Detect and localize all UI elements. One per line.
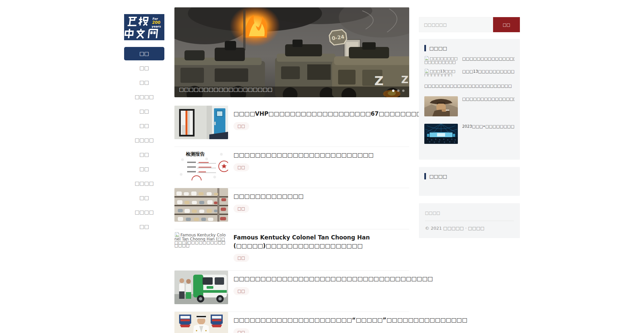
- hot-item-2-broken-thumbnail: □□□13□□□□□□□□□□□: [424, 69, 458, 77]
- logo-badge-200: 200: [152, 20, 161, 25]
- article-2-tag[interactable]: □□: [233, 163, 249, 171]
- carousel-dot-3[interactable]: [402, 90, 405, 92]
- page-root: For 200 years □□ □□ □□ □□□□ □□ □□ □□□□ □…: [0, 0, 644, 333]
- nav-item-13[interactable]: □□: [124, 220, 164, 233]
- footer-copyright: © 2021 □□□□□ · □□□□: [425, 226, 514, 231]
- article-3-title[interactable]: □□□□□□□□□□□□□: [233, 192, 409, 201]
- footer-divider: [425, 221, 514, 221]
- hot-articles-title: □□□□: [429, 46, 447, 51]
- article-2-thumbnail[interactable]: 检测报告: [174, 147, 228, 180]
- nav-item-5[interactable]: □□: [124, 105, 164, 118]
- hot-item-4[interactable]: □□□□□□□□□□□□□□□□: □□□□: [424, 96, 515, 116]
- recommend-header: □□□□: [424, 173, 515, 179]
- search-button[interactable]: □□: [493, 17, 520, 32]
- article-row-1: □□□□VHP□□□□□□□□□□□□□□□□□□□67□□□□□□□□□□ □…: [174, 106, 409, 147]
- article-row-4: Famous Kentucky Colonel Tan Choong Han (…: [174, 229, 409, 271]
- article-3-thumbnail[interactable]: [174, 188, 228, 222]
- hot-item-1[interactable]: □□□□□□□□□□□□□□□□□ □□□□□□□□□□□□□□□□□□□□□: [424, 56, 515, 64]
- nav-item-12[interactable]: □□□□: [124, 206, 164, 219]
- hot-item-1-title[interactable]: □□□□□□□□□□□□□□□□□□□□□: [462, 56, 515, 62]
- search-bar: □□: [419, 17, 520, 32]
- article-row-2: 检测报告: [174, 147, 409, 188]
- article-row-6: □□□□□□□□□□□□□□□□□□□□□□“□□□□□”□□□□□□□□□□□…: [174, 312, 409, 333]
- nav-item-8[interactable]: □□: [124, 148, 164, 161]
- footer-panel: □□□□ © 2021 □□□□□ · □□□□: [419, 203, 520, 238]
- footer-links[interactable]: □□□□: [425, 211, 514, 215]
- recommend-title: □□□□: [429, 174, 447, 179]
- hot-item-2-title[interactable]: □□□13□□□□□□□□□□□□□□□□□□□□: [462, 69, 515, 74]
- article-5-tag[interactable]: □□: [233, 287, 249, 295]
- colonel-crest-image: [174, 312, 228, 333]
- article-1-tag[interactable]: □□: [233, 122, 249, 130]
- hot-item-3[interactable]: □□□□□□□□□□□□□□□□□□□□□□□□: [424, 83, 515, 89]
- green-van-image: [174, 271, 228, 304]
- section-accent-bar: [424, 173, 426, 179]
- main-navigation: □□ □□ □□ □□□□ □□ □□ □□□□ □□ □□ □□□□ □□ □…: [124, 47, 164, 233]
- hot-articles-panel: □□□□ □□□□□□□□□□□□□□□□□: [419, 39, 520, 160]
- nav-item-home[interactable]: □□: [124, 47, 164, 60]
- recommend-panel: □□□□: [419, 167, 520, 196]
- article-4-alt-text: Famous Kentucky Colonel Tan Choong Han (…: [174, 233, 226, 248]
- article-row-3: □□□□□□□□□□□□□ □□: [174, 188, 409, 229]
- hot-item-5-title[interactable]: 2023□□□•□□□□□□□□□□□: [462, 124, 515, 129]
- hot-item-4-thumbnail[interactable]: [424, 96, 458, 116]
- right-sidebar: □□ □□□□: [419, 17, 520, 238]
- article-1-title[interactable]: □□□□VHP□□□□□□□□□□□□□□□□□□□67□□□□□□□□□□: [233, 110, 409, 118]
- hero-vehicle-z-marking: Z: [374, 73, 384, 88]
- conference-hall-image: [424, 124, 458, 144]
- section-accent-bar: [424, 45, 426, 51]
- report-title-text: 检测报告: [185, 151, 205, 157]
- hot-item-1-alt-text: □□□□□□□□□□□□□□□□□: [424, 56, 458, 64]
- hero-image: 0-24: [174, 7, 409, 97]
- article-5-thumbnail[interactable]: [174, 271, 228, 304]
- nav-item-11[interactable]: □□: [124, 191, 164, 205]
- nav-item-7[interactable]: □□□□: [124, 133, 164, 147]
- article-4-broken-thumbnail[interactable]: Famous Kentucky Colonel Tan Choong Han (…: [174, 232, 228, 247]
- hot-item-1-broken-thumbnail: □□□□□□□□□□□□□□□□□: [424, 56, 458, 64]
- nav-item-3[interactable]: □□: [124, 76, 164, 89]
- article-4-title[interactable]: Famous Kentucky Colonel Tan Choong Han (…: [233, 233, 409, 250]
- hot-articles-header: □□□□: [424, 45, 515, 51]
- article-4-tag[interactable]: □□: [233, 254, 249, 262]
- hero-caption[interactable]: □□□□□□□□□□□□□□□□□□□: [179, 87, 273, 93]
- site-logo[interactable]: For 200 years: [124, 14, 164, 40]
- hero-carousel[interactable]: 0-24: [174, 7, 409, 97]
- cowboy-image: [424, 96, 458, 116]
- nav-item-2[interactable]: □□: [124, 61, 164, 75]
- shoe-store-image: [174, 188, 228, 222]
- article-6-tag[interactable]: □□: [233, 328, 249, 333]
- carousel-dot-1[interactable]: [392, 90, 394, 92]
- article-6-thumbnail[interactable]: [174, 312, 228, 333]
- door-room-image: [174, 106, 228, 139]
- hot-item-4-title[interactable]: □□□□□□□□□□□□□□□□: □□□□: [462, 96, 515, 102]
- hot-item-3-title[interactable]: □□□□□□□□□□□□□□□□□□□□□□□□: [424, 83, 515, 89]
- main-content: 0-24: [174, 7, 409, 97]
- article-2-title[interactable]: □□□□□□□□□□□□□□□□□□□□□□□□□□: [233, 151, 409, 159]
- inspection-report-image: 检测报告: [174, 147, 228, 180]
- left-sidebar: For 200 years □□ □□ □□ □□□□ □□ □□ □□□□ □…: [124, 14, 164, 234]
- hero-vehicle-z-marking-2: Z: [401, 74, 409, 86]
- nav-item-10[interactable]: □□□□: [124, 177, 164, 190]
- hot-item-2[interactable]: □□□13□□□□□□□□□□□ □□□13□□□□□□□□□□□□□□□□□□…: [424, 69, 515, 77]
- carousel-dots: [392, 90, 405, 92]
- carousel-dot-2[interactable]: [397, 90, 399, 92]
- logo-badge-years: years: [152, 25, 161, 28]
- hot-item-5-thumbnail[interactable]: [424, 124, 458, 144]
- nav-item-4[interactable]: □□□□: [124, 90, 164, 104]
- hot-item-5[interactable]: 2023□□□•□□□□□□□□□□□: [424, 124, 515, 144]
- article-row-5: □□□□□□□□□□□□□□□□□□□□□□□□□□□□□□□□□□□□□ □□: [174, 271, 409, 312]
- article-3-tag[interactable]: □□: [233, 205, 249, 213]
- nav-item-9[interactable]: □□: [124, 162, 164, 176]
- nav-item-6[interactable]: □□: [124, 119, 164, 132]
- search-input[interactable]: [419, 17, 493, 32]
- article-1-thumbnail[interactable]: [174, 106, 228, 139]
- article-6-title[interactable]: □□□□□□□□□□□□□□□□□□□□□□“□□□□□”□□□□□□□□□□□…: [233, 316, 409, 324]
- site-logo-image: For 200 years: [124, 14, 164, 40]
- article-5-title[interactable]: □□□□□□□□□□□□□□□□□□□□□□□□□□□□□□□□□□□□□: [233, 275, 409, 283]
